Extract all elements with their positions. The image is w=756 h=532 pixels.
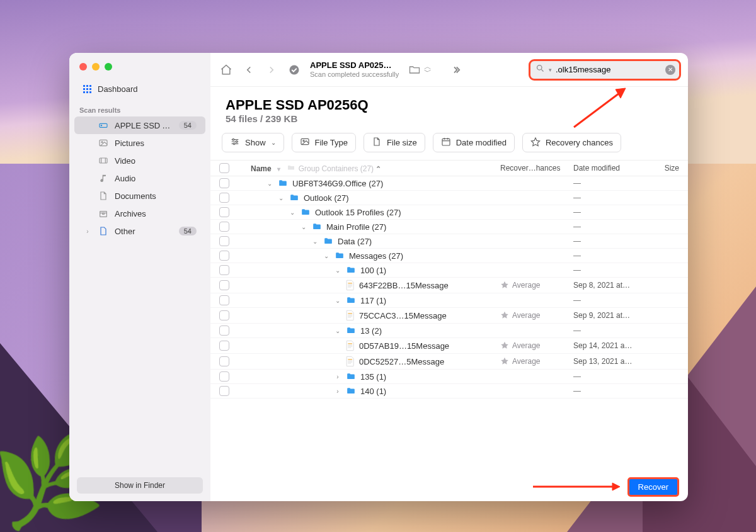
row-name: 13 (2) xyxy=(360,326,382,336)
sidebar-item-video[interactable]: Video xyxy=(74,152,205,169)
disclosure-right-icon[interactable]: › xyxy=(334,388,341,395)
sidebar-item-doc[interactable]: Documents xyxy=(74,187,205,205)
sort-asc-icon: ⌃ xyxy=(375,165,381,173)
row-name: 135 (1) xyxy=(360,372,386,382)
back-icon[interactable] xyxy=(242,63,256,77)
row-checkbox[interactable] xyxy=(219,251,229,261)
view-mode-button[interactable]: ︿﹀ xyxy=(408,63,432,77)
row-checkbox[interactable] xyxy=(219,265,229,275)
disclosure-down-icon[interactable]: ⌄ xyxy=(334,297,341,304)
row-checkbox[interactable] xyxy=(219,236,229,246)
annotation-arrow xyxy=(570,87,627,131)
show-in-finder-button[interactable]: Show in Finder xyxy=(77,477,203,494)
sidebar-item-pictures[interactable]: Pictures xyxy=(74,134,205,152)
count-badge: 54 xyxy=(179,121,197,130)
disclosure-down-icon[interactable]: ⌄ xyxy=(311,238,319,245)
forward-icon[interactable] xyxy=(265,63,278,77)
table-row[interactable]: ⌄Messages (27)— xyxy=(210,249,688,263)
table-row[interactable]: ⌄Data (27)— xyxy=(210,234,688,249)
sidebar: Dashboard Scan results APPLE SSD AP025…5… xyxy=(69,53,210,501)
status-complete-icon xyxy=(287,63,301,77)
sliders-icon xyxy=(230,137,240,149)
more-icon[interactable] xyxy=(449,63,463,77)
zoom-icon[interactable] xyxy=(105,63,112,71)
clear-search-icon[interactable]: ✕ xyxy=(665,65,675,75)
column-size[interactable]: Size xyxy=(653,164,679,173)
column-recovery[interactable]: Recover…hances xyxy=(500,164,573,173)
other-icon xyxy=(98,226,108,236)
sidebar-section-label: Scan results xyxy=(69,98,210,116)
results-list[interactable]: ⌄UBF8T346G9.Office (27)—⌄Outlook (27)—⌄O… xyxy=(210,176,688,472)
row-checkbox[interactable] xyxy=(219,295,229,305)
search-field[interactable] xyxy=(556,65,662,74)
svg-marker-49 xyxy=(616,88,626,98)
sidebar-item-drive[interactable]: APPLE SSD AP025…54 xyxy=(74,116,205,134)
svg-rect-37 xyxy=(348,345,352,346)
filter-show[interactable]: Show ⌄ xyxy=(222,133,284,152)
table-row[interactable]: ⌄Outlook 15 Profiles (27)— xyxy=(210,205,688,220)
table-row[interactable]: 75CCAC3…15MessageAverageSep 9, 2021 at… xyxy=(210,308,688,324)
table-row[interactable]: ⌄13 (2)— xyxy=(210,324,688,338)
sidebar-item-other[interactable]: ›Other54 xyxy=(74,222,205,240)
sidebar-item-audio[interactable]: Audio xyxy=(74,169,205,187)
column-name[interactable]: Name ▾ Group Containers (27) ⌃ xyxy=(237,164,500,173)
sidebar-dashboard[interactable]: Dashboard xyxy=(74,81,205,98)
filter-file-size[interactable]: File size xyxy=(364,133,425,152)
svg-marker-40 xyxy=(501,341,508,348)
table-row[interactable]: 0D57AB19…15MessageAverageSep 14, 2021 a… xyxy=(210,338,688,354)
svg-point-11 xyxy=(537,65,542,71)
row-name: 117 (1) xyxy=(360,296,386,305)
home-icon[interactable] xyxy=(219,63,233,77)
disclosure-down-icon[interactable]: ⌄ xyxy=(300,224,307,230)
row-checkbox[interactable] xyxy=(219,371,229,382)
row-name: 0D57AB19…15Message xyxy=(359,341,449,351)
table-row[interactable]: ›135 (1)— xyxy=(210,370,688,384)
sidebar-item-arch[interactable]: Archives xyxy=(74,205,205,222)
row-checkbox[interactable] xyxy=(219,341,229,351)
svg-rect-9 xyxy=(103,213,105,214)
row-checkbox[interactable] xyxy=(219,386,229,396)
search-input[interactable]: ▾ ✕ xyxy=(530,61,679,79)
disclosure-right-icon[interactable]: › xyxy=(334,373,341,380)
row-date: Sep 9, 2021 at… xyxy=(573,311,653,320)
select-all-checkbox[interactable] xyxy=(219,163,229,173)
row-date: — xyxy=(573,193,653,202)
search-icon xyxy=(536,64,545,76)
disclosure-down-icon[interactable]: ⌄ xyxy=(277,195,285,201)
row-date: Sep 14, 2021 a… xyxy=(573,341,653,350)
minimize-icon[interactable] xyxy=(92,63,100,71)
table-row[interactable]: ⌄Outlook (27)— xyxy=(210,191,688,205)
table-row[interactable]: ›140 (1)— xyxy=(210,384,688,399)
recover-button[interactable]: Recover xyxy=(627,477,679,497)
row-checkbox[interactable] xyxy=(219,280,229,290)
table-row[interactable]: 643F22BB…15MessageAverageSep 8, 2021 at… xyxy=(210,278,688,293)
chevron-down-icon[interactable]: ▾ xyxy=(549,67,552,73)
disclosure-down-icon[interactable]: ⌄ xyxy=(334,327,341,334)
table-row[interactable]: ⌄100 (1)— xyxy=(210,263,688,278)
disclosure-down-icon[interactable]: ⌄ xyxy=(289,209,296,216)
table-header[interactable]: Name ▾ Group Containers (27) ⌃ Recover…h… xyxy=(210,160,688,176)
table-row[interactable]: 0DC52527…5MessageAverageSep 13, 2021 a… xyxy=(210,354,688,370)
column-date[interactable]: Date modified xyxy=(573,164,653,173)
row-checkbox[interactable] xyxy=(219,207,229,217)
filter-date[interactable]: Date modified xyxy=(433,133,515,152)
disclosure-down-icon[interactable]: ⌄ xyxy=(323,252,330,259)
table-row[interactable]: ⌄117 (1)— xyxy=(210,293,688,308)
disclosure-down-icon[interactable]: ⌄ xyxy=(334,267,341,274)
close-icon[interactable] xyxy=(79,63,87,71)
row-checkbox[interactable] xyxy=(219,310,229,320)
disclosure-down-icon[interactable]: ⌄ xyxy=(266,180,273,187)
row-checkbox[interactable] xyxy=(219,356,229,366)
count-badge: 54 xyxy=(179,227,197,235)
table-row[interactable]: ⌄UBF8T346G9.Office (27)— xyxy=(210,176,688,191)
filter-recovery[interactable]: Recovery chances xyxy=(522,133,621,152)
chevron-down-icon: ⌄ xyxy=(271,139,276,146)
table-row[interactable]: ⌄Main Profile (27)— xyxy=(210,220,688,234)
row-date: — xyxy=(573,237,653,246)
filter-file-type[interactable]: File Type xyxy=(292,133,357,152)
row-checkbox[interactable] xyxy=(219,193,229,203)
row-checkbox[interactable] xyxy=(219,325,229,336)
row-checkbox[interactable] xyxy=(219,178,229,188)
row-checkbox[interactable] xyxy=(219,222,229,232)
message-file-icon xyxy=(345,280,355,291)
